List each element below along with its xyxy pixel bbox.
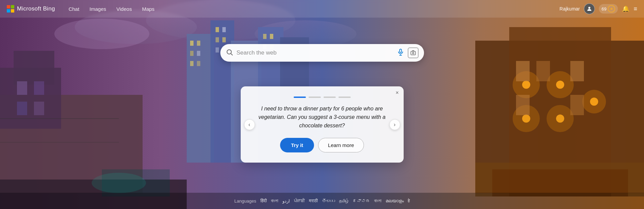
- notification-bell-icon[interactable]: 🔔: [622, 5, 629, 13]
- microsoft-logo: [7, 5, 14, 13]
- lang-other[interactable]: हे: [408, 198, 410, 204]
- logo-link[interactable]: Microsoft Bing: [7, 5, 55, 13]
- lang-punjabi[interactable]: ਪੰਜਾਬੀ: [294, 198, 305, 204]
- reward-icon: ★: [608, 5, 615, 13]
- search-container: [220, 44, 424, 62]
- lang-kannada[interactable]: ಕನ್ನಡ: [353, 198, 370, 204]
- nav-videos[interactable]: Videos: [116, 6, 132, 12]
- try-it-button[interactable]: Try it: [280, 138, 314, 152]
- close-button[interactable]: ×: [395, 90, 399, 96]
- lang-telugu[interactable]: తెలుగు: [322, 198, 335, 204]
- lang-bengali[interactable]: বাংলা: [271, 198, 278, 204]
- dot-3: [324, 97, 336, 98]
- dot-2: [309, 97, 321, 98]
- menu-icon[interactable]: ≡: [633, 5, 637, 13]
- brand-name: Microsoft Bing: [17, 5, 55, 12]
- lang-tamil[interactable]: தமிழ்: [339, 198, 349, 204]
- card-dots: [258, 97, 387, 98]
- lang-bengali2[interactable]: বাংলা: [374, 198, 382, 204]
- search-icon: [226, 48, 233, 58]
- prompt-card: × ‹ I need to throw a dinner party for 6…: [241, 86, 404, 163]
- main-nav: Chat Images Videos Maps: [69, 6, 154, 12]
- svg-point-57: [588, 7, 590, 9]
- header: Microsoft Bing Chat Images Videos Maps R…: [0, 0, 644, 18]
- lang-hindi[interactable]: हिंदी: [260, 198, 267, 204]
- svg-point-58: [227, 49, 231, 54]
- search-input[interactable]: [237, 49, 393, 56]
- prev-prompt-button[interactable]: ‹: [244, 119, 255, 130]
- svg-line-59: [231, 54, 233, 55]
- dot-4: [338, 97, 351, 98]
- search-right-icons: [397, 47, 419, 58]
- header-right: Rajkumar 69 ★ 🔔 ≡: [559, 3, 637, 14]
- lang-malayalam[interactable]: മലയാളം: [386, 198, 404, 204]
- lang-marathi[interactable]: मराठी: [309, 198, 318, 204]
- next-prompt-button[interactable]: ›: [389, 119, 400, 130]
- languages-label: Languages: [234, 198, 256, 204]
- avatar[interactable]: [584, 3, 595, 14]
- search-box: [220, 44, 424, 62]
- lang-urdu[interactable]: اردو: [282, 198, 290, 204]
- prompt-text: I need to throw a dinner party for 6 peo…: [258, 105, 387, 130]
- svg-point-64: [412, 53, 414, 54]
- bottom-bar: Languages हिंदी বাংলা اردو ਪੰਜਾਬੀ मराठी …: [0, 193, 644, 209]
- card-buttons: Try it Learn more: [258, 138, 387, 152]
- nav-maps[interactable]: Maps: [142, 6, 154, 12]
- learn-more-button[interactable]: Learn more: [318, 138, 364, 152]
- points-badge[interactable]: 69 ★: [599, 4, 618, 14]
- points-value: 69: [602, 6, 606, 12]
- svg-rect-63: [411, 51, 416, 55]
- microphone-icon[interactable]: [397, 48, 404, 58]
- dot-1: [294, 97, 306, 98]
- nav-images[interactable]: Images: [90, 6, 106, 12]
- svg-rect-60: [400, 49, 402, 52]
- nav-chat[interactable]: Chat: [69, 6, 79, 12]
- image-search-icon[interactable]: [408, 47, 419, 58]
- username-label: Rajkumar: [559, 6, 580, 12]
